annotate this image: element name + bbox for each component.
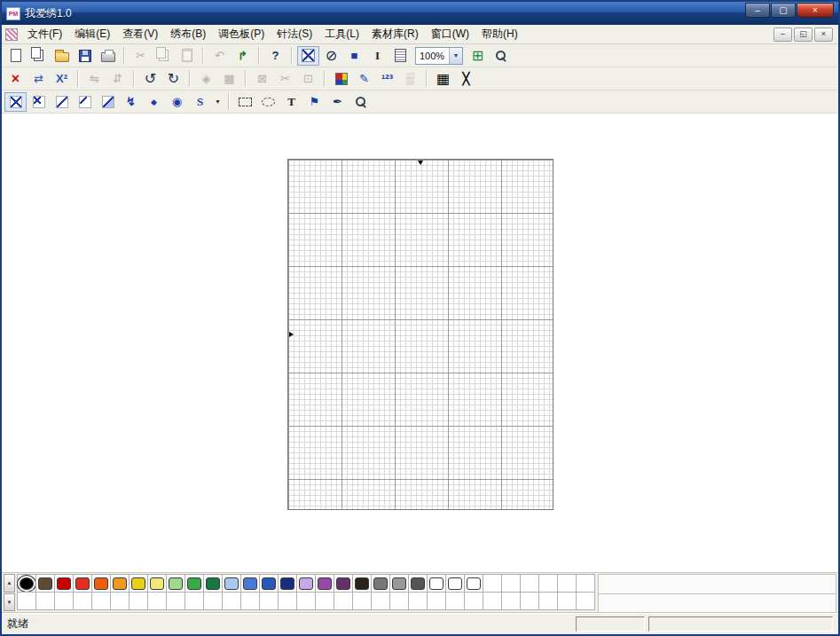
palette-swatch[interactable] xyxy=(17,574,36,593)
text-tool[interactable]: T xyxy=(280,92,302,112)
delete-stitch-button[interactable]: × xyxy=(4,69,27,89)
color-pick-pen-button[interactable]: ✎ xyxy=(353,69,375,89)
palette-swatch[interactable] xyxy=(445,574,465,593)
minimize-button[interactable]: – xyxy=(745,3,770,18)
palette-swatch[interactable] xyxy=(166,574,185,593)
palette-empty-cell[interactable] xyxy=(371,592,390,610)
palette-empty-cell[interactable] xyxy=(427,592,446,610)
palette-empty-cell[interactable] xyxy=(538,592,558,610)
palette-swatch[interactable] xyxy=(73,574,92,593)
palette-empty-cell[interactable] xyxy=(184,592,204,610)
help-button[interactable]: ? xyxy=(264,46,287,66)
exchange-colors-button[interactable]: X² xyxy=(51,69,73,89)
menu-view[interactable]: 查看(V) xyxy=(116,24,164,44)
needle-cross-button[interactable]: ╳ xyxy=(455,69,477,89)
new-from-image-button[interactable] xyxy=(27,46,50,66)
view-info-button[interactable] xyxy=(389,46,412,66)
palette-empty-cell[interactable] xyxy=(35,592,55,610)
rotate-right-button[interactable]: ↻ xyxy=(162,69,184,89)
palette-empty-cell[interactable] xyxy=(334,592,353,610)
palette-empty-cell[interactable] xyxy=(464,592,483,610)
maximize-button[interactable]: ▢ xyxy=(771,3,796,18)
palette-swatch[interactable] xyxy=(54,574,74,593)
move-pattern-button[interactable]: ⇄ xyxy=(27,69,50,89)
palette-empty-cell[interactable] xyxy=(576,574,595,593)
menu-palette[interactable]: 调色板(P) xyxy=(212,24,271,44)
palette-empty-cell[interactable] xyxy=(240,592,260,610)
palette-swatch[interactable] xyxy=(278,574,297,593)
palette-empty-cell[interactable] xyxy=(129,592,148,610)
close-button[interactable]: × xyxy=(797,3,834,18)
full-stitch-tool[interactable] xyxy=(4,92,27,112)
half-stitch-tool[interactable] xyxy=(51,92,73,112)
quarter-stitch-tool[interactable] xyxy=(74,92,96,112)
special-stitch-tool[interactable]: S xyxy=(189,92,211,112)
palette-empty-cell[interactable] xyxy=(259,592,279,610)
palette-swatch[interactable] xyxy=(203,574,223,593)
palette-swatch[interactable] xyxy=(296,574,316,593)
palette-empty-cell[interactable] xyxy=(483,574,502,593)
stitch-pick-tool[interactable]: ✒ xyxy=(326,92,349,112)
petite-point-tool[interactable]: ◆ xyxy=(143,92,165,112)
print-button[interactable] xyxy=(97,46,119,66)
palette-empty-cell[interactable] xyxy=(501,574,521,593)
rotate-left-button[interactable]: ↺ xyxy=(139,69,161,89)
french-knot-tool[interactable]: ◉ xyxy=(166,92,188,112)
palette-empty-cell[interactable] xyxy=(296,592,316,610)
menu-file[interactable]: 文件(F) xyxy=(21,24,68,44)
palette-swatch[interactable] xyxy=(427,574,446,593)
palette-swatch[interactable] xyxy=(259,574,279,593)
new-file-button[interactable] xyxy=(4,46,27,66)
palette-empty-cell[interactable] xyxy=(315,592,334,610)
palette-empty-cell[interactable] xyxy=(110,592,130,610)
open-file-button[interactable] xyxy=(51,46,73,66)
menu-help[interactable]: 帮助(H) xyxy=(475,24,524,44)
view-solid-toggle[interactable]: ■ xyxy=(343,46,365,66)
show-numbers-button[interactable]: ¹²³ xyxy=(376,69,398,89)
menu-tools[interactable]: 工具(L) xyxy=(318,24,365,44)
palette-swatch[interactable] xyxy=(389,574,409,593)
rect-select-tool[interactable] xyxy=(234,92,256,112)
palette-empty-cell[interactable] xyxy=(147,592,167,610)
palette-empty-cell[interactable] xyxy=(73,592,92,610)
dropdown-arrow-icon[interactable]: ▼ xyxy=(449,48,462,64)
view-cross-toggle[interactable] xyxy=(297,46,319,66)
stitch-grid[interactable] xyxy=(287,159,553,510)
palette-empty-cell[interactable] xyxy=(389,592,409,610)
palette-empty-cell[interactable] xyxy=(203,592,223,610)
fill-tool[interactable]: ⚑ xyxy=(303,92,326,112)
fabric-count-button[interactable]: ▦ xyxy=(432,69,454,89)
menu-window[interactable]: 窗口(W) xyxy=(425,24,475,44)
palette-empty-cell[interactable] xyxy=(576,592,595,610)
palette-swatch[interactable] xyxy=(464,574,483,593)
palette-swatch[interactable] xyxy=(129,574,148,593)
palette-swatch[interactable] xyxy=(334,574,353,593)
palette-empty-cell[interactable] xyxy=(538,574,558,593)
palette-empty-cell[interactable] xyxy=(445,592,465,610)
zoom-grid-button[interactable] xyxy=(490,46,512,66)
mdi-minimize-button[interactable]: – xyxy=(773,27,792,42)
palette-swatch[interactable] xyxy=(222,574,241,593)
backstitch-tool[interactable]: ↯ xyxy=(120,92,142,112)
palette-empty-cell[interactable] xyxy=(17,592,36,610)
palette-empty-cell[interactable] xyxy=(222,592,241,610)
three-quarter-stitch-tool[interactable] xyxy=(97,92,119,112)
menu-edit[interactable]: 编辑(E) xyxy=(68,24,116,44)
menu-fabric[interactable]: 绣布(B) xyxy=(164,24,212,44)
ellipse-select-tool[interactable] xyxy=(257,92,279,112)
palette-swatch[interactable] xyxy=(240,574,260,593)
palette-swatch[interactable] xyxy=(35,574,55,593)
palette-empty-cell[interactable] xyxy=(520,574,539,593)
palette-scroll-up-button[interactable]: ▲ xyxy=(4,574,15,593)
palette-swatch[interactable] xyxy=(408,574,428,593)
menu-library[interactable]: 素材库(R) xyxy=(365,24,425,44)
design-canvas[interactable] xyxy=(2,114,838,572)
mdi-restore-button[interactable]: ◱ xyxy=(794,27,813,42)
zoom-combobox[interactable]: 100%▼ xyxy=(415,47,463,65)
palette-empty-cell[interactable] xyxy=(557,574,577,593)
zoom-fit-button[interactable]: ⊞ xyxy=(467,46,489,66)
palette-empty-cell[interactable] xyxy=(54,592,74,610)
palette-empty-cell[interactable] xyxy=(352,592,372,610)
palette-empty-cell[interactable] xyxy=(501,592,521,610)
palette-swatch[interactable] xyxy=(147,574,167,593)
